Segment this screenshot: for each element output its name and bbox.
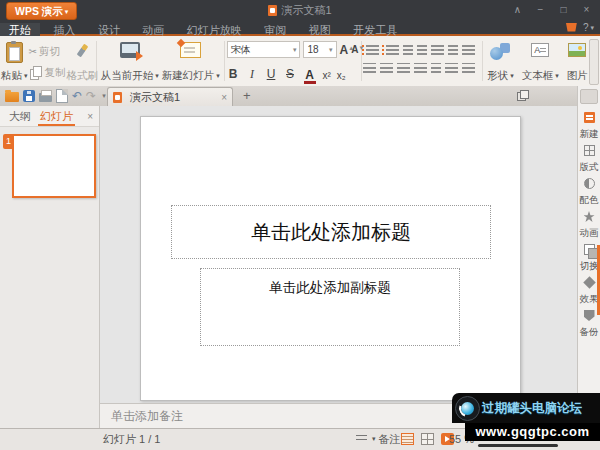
font-name-select[interactable]: 宋体▾ bbox=[227, 41, 301, 58]
undo-icon[interactable]: ↶ bbox=[72, 87, 82, 105]
picture-button[interactable]: 图片 bbox=[565, 39, 590, 86]
sidebar-item-layout[interactable]: 版式 bbox=[578, 143, 600, 176]
print-icon[interactable] bbox=[39, 93, 52, 102]
watermark-forum-name: 过期罐头电脑论坛 bbox=[482, 400, 582, 417]
increase-font-button[interactable]: A▲ bbox=[340, 43, 349, 57]
watermark-banner: 过期罐头电脑论坛 bbox=[452, 393, 600, 423]
open-file-icon[interactable] bbox=[5, 92, 19, 102]
redo-icon[interactable]: ↷ bbox=[86, 87, 96, 105]
close-tab-icon[interactable]: × bbox=[221, 92, 227, 103]
cut-button[interactable]: ✂ 剪切 bbox=[29, 44, 66, 60]
qat-more-icon[interactable]: ▾ bbox=[102, 92, 106, 100]
caret-down-icon: ▾ bbox=[372, 435, 376, 443]
forum-watermark: 过期罐头电脑论坛 www.gqgtpc.com bbox=[452, 393, 600, 441]
tab-design[interactable]: 设计 bbox=[89, 23, 129, 37]
close-button[interactable]: × bbox=[575, 0, 598, 20]
quick-access-toolbar: ↶ ↷ ▾ bbox=[0, 86, 106, 106]
caret-down-icon: ▾ bbox=[590, 24, 594, 31]
bullets-icon[interactable] bbox=[366, 45, 379, 55]
shapes-button[interactable]: 形状▾ bbox=[485, 39, 516, 86]
slide-thumbnail[interactable] bbox=[12, 134, 96, 198]
slide[interactable]: 单击此处添加标题 单击此处添加副标题 bbox=[140, 116, 521, 401]
align-center-icon[interactable] bbox=[380, 63, 393, 73]
effects-icon bbox=[583, 276, 595, 288]
store-icon[interactable] bbox=[566, 23, 577, 32]
group-separator bbox=[224, 41, 225, 81]
superscript-button[interactable]: x² bbox=[323, 70, 331, 81]
help-button[interactable]: ?▾ bbox=[583, 22, 594, 33]
maximize-button[interactable]: □ bbox=[552, 0, 575, 20]
rollup-button[interactable]: ∧ bbox=[506, 0, 529, 20]
tab-home[interactable]: 开始 bbox=[0, 23, 40, 37]
subtitle-placeholder[interactable]: 单击此处添加副标题 bbox=[200, 268, 460, 346]
paragraph-group bbox=[363, 36, 480, 86]
menu-tab-bar: 开始 插入 设计 动画 幻灯片放映 审阅 视图 开发工具 ?▾ bbox=[0, 20, 600, 36]
sidebar-header[interactable] bbox=[580, 89, 598, 104]
new-slide-button[interactable]: 新建幻灯片▾ bbox=[161, 39, 221, 86]
paste-button[interactable]: 粘贴▾ bbox=[0, 39, 29, 86]
format-painter-button[interactable]: 格式刷 bbox=[66, 39, 100, 86]
switch-windows-icon[interactable] bbox=[517, 90, 529, 100]
shrink-paragraph-icon[interactable] bbox=[445, 63, 458, 73]
textbox-button[interactable]: A 文本框▾ bbox=[520, 39, 561, 86]
presentation-file-icon bbox=[113, 92, 122, 103]
ribbon: 粘贴▾ ✂ 剪切 复制 格式刷 从当前开始▾ bbox=[0, 36, 600, 87]
increase-indent-icon[interactable] bbox=[417, 45, 427, 55]
textbox-icon: A bbox=[531, 43, 549, 57]
group-separator bbox=[482, 41, 483, 81]
outline-tab[interactable]: 大纲 bbox=[9, 107, 31, 126]
notes-toggle[interactable]: ▾ 备注 bbox=[356, 429, 401, 449]
numbering-icon[interactable] bbox=[386, 45, 399, 55]
font-color-button[interactable]: A bbox=[303, 69, 317, 81]
tab-insert[interactable]: 插入 bbox=[44, 23, 84, 37]
tab-animation[interactable]: 动画 bbox=[133, 23, 173, 37]
new-document-icon[interactable] bbox=[56, 89, 68, 103]
title-placeholder[interactable]: 单击此处添加标题 bbox=[171, 205, 491, 259]
grow-paragraph-icon[interactable] bbox=[462, 63, 475, 73]
decrease-font-button[interactable]: A▼ bbox=[351, 43, 358, 57]
distribute-text-icon[interactable] bbox=[431, 63, 441, 73]
justify-icon[interactable] bbox=[414, 63, 427, 73]
sidebar-item-colors[interactable]: 配色 bbox=[578, 176, 600, 209]
slide-sorter-view-button[interactable] bbox=[421, 433, 434, 445]
align-left-icon[interactable] bbox=[363, 63, 376, 73]
minimize-button[interactable]: − bbox=[529, 0, 552, 20]
ribbon-overflow-scrollbar[interactable] bbox=[589, 39, 599, 85]
sidebar-item-new[interactable]: 新建 bbox=[578, 110, 600, 143]
italic-button[interactable]: I bbox=[246, 67, 259, 81]
zoom-slider[interactable] bbox=[478, 444, 558, 447]
document-tab-active[interactable]: 演示文稿1 × bbox=[107, 87, 233, 106]
caret-down-icon: ▾ bbox=[65, 8, 69, 15]
tab-review[interactable]: 审阅 bbox=[255, 23, 295, 37]
strikethrough-button[interactable]: S bbox=[284, 67, 297, 81]
transition-icon bbox=[584, 244, 595, 255]
save-icon[interactable] bbox=[23, 90, 35, 102]
underline-button[interactable]: U bbox=[265, 67, 278, 81]
copy-button[interactable]: 复制 bbox=[29, 65, 66, 81]
new-tab-button[interactable]: + bbox=[243, 86, 251, 106]
sidebar-item-animation[interactable]: 动画 bbox=[578, 209, 600, 242]
columns-icon[interactable] bbox=[448, 45, 458, 55]
slide-canvas: 单击此处添加标题 单击此处添加副标题 bbox=[100, 106, 577, 403]
subscript-button[interactable]: x₂ bbox=[337, 70, 346, 81]
layout-grid-icon bbox=[584, 145, 595, 156]
play-from-current-button[interactable]: 从当前开始▾ bbox=[100, 39, 160, 86]
backup-icon bbox=[584, 310, 595, 321]
caret-down-icon: ▾ bbox=[155, 72, 159, 79]
tab-devtools[interactable]: 开发工具 bbox=[344, 23, 406, 37]
decrease-indent-icon[interactable] bbox=[403, 45, 413, 55]
line-spacing-icon[interactable] bbox=[431, 45, 444, 55]
caret-down-icon: ▾ bbox=[555, 72, 559, 79]
slides-tab[interactable]: 幻灯片 bbox=[40, 107, 73, 126]
text-direction-icon[interactable] bbox=[462, 45, 475, 55]
caret-down-icon: ▾ bbox=[293, 46, 297, 54]
wps-menu-button[interactable]: WPS 演示▾ bbox=[6, 2, 77, 20]
tab-slideshow[interactable]: 幻灯片放映 bbox=[178, 23, 251, 37]
tab-view[interactable]: 视图 bbox=[300, 23, 340, 37]
animation-star-icon bbox=[584, 211, 595, 222]
font-size-select[interactable]: 18▾ bbox=[303, 41, 336, 58]
bold-button[interactable]: B bbox=[227, 67, 240, 81]
normal-view-button[interactable] bbox=[401, 433, 414, 445]
close-panel-icon[interactable]: × bbox=[87, 111, 93, 122]
align-right-icon[interactable] bbox=[397, 63, 410, 73]
